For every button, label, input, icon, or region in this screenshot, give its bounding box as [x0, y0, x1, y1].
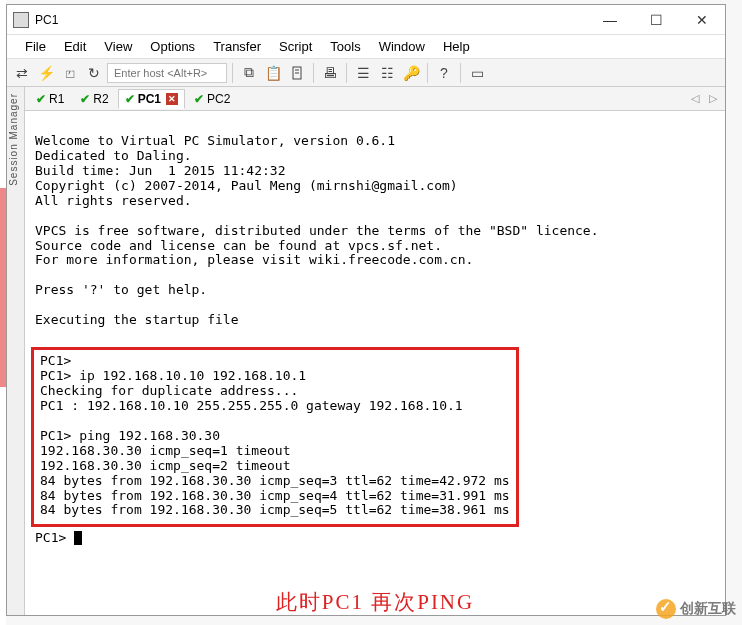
toolbar-separator: [313, 63, 314, 83]
terminal-boxed: PC1> PC1> ip 192.168.10.10 192.168.10.1 …: [40, 354, 510, 518]
menu-help[interactable]: Help: [443, 39, 470, 54]
tab-r1[interactable]: ✔ R1: [29, 89, 71, 109]
print-icon[interactable]: 🖶: [319, 62, 341, 84]
menu-script[interactable]: Script: [279, 39, 312, 54]
minimize-button[interactable]: —: [587, 5, 633, 35]
cursor-icon: [74, 531, 82, 545]
menu-view[interactable]: View: [104, 39, 132, 54]
session-manager-label: Session Manager: [8, 93, 19, 186]
highlighted-output-box: PC1> PC1> ip 192.168.10.10 192.168.10.1 …: [31, 347, 519, 527]
properties-icon[interactable]: ☰: [352, 62, 374, 84]
check-icon: ✔: [80, 92, 90, 106]
disconnect-icon[interactable]: ⏍: [59, 62, 81, 84]
menu-edit[interactable]: Edit: [64, 39, 86, 54]
check-icon: ✔: [36, 92, 46, 106]
reconnect-icon[interactable]: ↻: [83, 62, 105, 84]
tab-label: R2: [93, 92, 108, 106]
close-tab-icon[interactable]: ✕: [166, 93, 178, 105]
connect-icon[interactable]: ⇄: [11, 62, 33, 84]
terminal-output[interactable]: Welcome to Virtual PC Simulator, version…: [25, 111, 725, 615]
annotation-line1: 此时PC1 再次PING: [35, 586, 715, 615]
key-icon[interactable]: 🔑: [400, 62, 422, 84]
tab-pc1[interactable]: ✔ PC1 ✕: [118, 89, 185, 109]
check-icon: ✔: [125, 92, 135, 106]
app-window: PC1 — ☐ ✕ File Edit View Options Transfe…: [6, 4, 726, 616]
toolbar-separator: [232, 63, 233, 83]
menu-tools[interactable]: Tools: [330, 39, 360, 54]
tab-pc2[interactable]: ✔ PC2: [187, 89, 237, 109]
close-button[interactable]: ✕: [679, 5, 725, 35]
session-manager-sidebar[interactable]: Session Manager: [7, 87, 25, 615]
watermark-logo-icon: [656, 599, 676, 619]
window-title: PC1: [35, 13, 587, 27]
annotation-text: 此时PC1 再次PING PC2 连通成功！！！: [35, 586, 715, 615]
menu-window[interactable]: Window: [379, 39, 425, 54]
tabbar: ✔ R1 ✔ R2 ✔ PC1 ✕ ✔ PC2 ◁ ▷: [25, 87, 725, 111]
toggle-icon[interactable]: ▭: [466, 62, 488, 84]
find-icon[interactable]: [286, 62, 308, 84]
tab-label: R1: [49, 92, 64, 106]
menubar: File Edit View Options Transfer Script T…: [7, 35, 725, 59]
tab-r2[interactable]: ✔ R2: [73, 89, 115, 109]
toolbar-separator: [460, 63, 461, 83]
options-icon[interactable]: ☷: [376, 62, 398, 84]
watermark: 创新互联: [656, 599, 736, 619]
toolbar-separator: [346, 63, 347, 83]
menu-file[interactable]: File: [25, 39, 46, 54]
tab-prev-icon[interactable]: ◁: [687, 92, 703, 105]
quick-connect-icon[interactable]: ⚡: [35, 62, 57, 84]
tab-next-icon[interactable]: ▷: [705, 92, 721, 105]
help-icon[interactable]: ?: [433, 62, 455, 84]
toolbar-separator: [427, 63, 428, 83]
terminal-prompt-line: PC1>: [35, 531, 715, 546]
app-icon: [13, 12, 29, 28]
check-icon: ✔: [194, 92, 204, 106]
menu-transfer[interactable]: Transfer: [213, 39, 261, 54]
host-input[interactable]: [107, 63, 227, 83]
copy-icon[interactable]: ⧉: [238, 62, 260, 84]
toolbar: ⇄ ⚡ ⏍ ↻ ⧉ 📋 🖶 ☰ ☷ 🔑 ? ▭: [7, 59, 725, 87]
prompt-text: PC1>: [35, 530, 74, 545]
tab-label: PC1: [138, 92, 161, 106]
paste-icon[interactable]: 📋: [262, 62, 284, 84]
watermark-text: 创新互联: [680, 600, 736, 618]
titlebar: PC1 — ☐ ✕: [7, 5, 725, 35]
menu-options[interactable]: Options: [150, 39, 195, 54]
terminal-intro: Welcome to Virtual PC Simulator, version…: [35, 134, 715, 328]
maximize-button[interactable]: ☐: [633, 5, 679, 35]
tab-label: PC2: [207, 92, 230, 106]
